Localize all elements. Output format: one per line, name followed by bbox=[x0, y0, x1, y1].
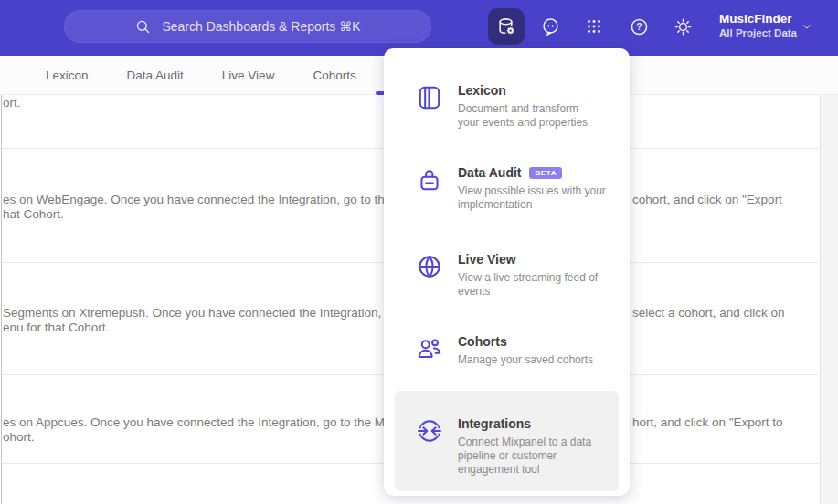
menu-item-text: Integrations Connect Mixpanel to a data … bbox=[458, 416, 591, 477]
table-row-text: hort, and click on "Export to bbox=[632, 415, 783, 430]
table-row-text: ort. bbox=[3, 96, 21, 110]
project-chevron[interactable] bbox=[801, 20, 813, 33]
settings-gear-icon bbox=[673, 16, 694, 37]
feedback-chat-icon bbox=[540, 16, 561, 37]
menu-item-title: Lexicon bbox=[458, 83, 588, 99]
table-row-text: Segments on Xtremepush. Once you have co… bbox=[3, 306, 381, 320]
menu-item-desc: View possible issues with your implement… bbox=[458, 184, 606, 212]
sync-arrows-icon bbox=[416, 417, 443, 445]
menu-item-title: Live View bbox=[458, 252, 598, 268]
tab-data-audit[interactable]: Data Audit bbox=[127, 68, 184, 82]
chevron-down-icon bbox=[801, 20, 813, 33]
help-button[interactable]: ? bbox=[621, 8, 657, 45]
menu-item-title: Cohorts bbox=[458, 334, 593, 350]
data-management-icon bbox=[495, 16, 517, 37]
menu-item-desc: View a live streaming feed of events bbox=[458, 271, 598, 299]
menu-item-data-audit[interactable]: Data Audit BETA View possible issues wit… bbox=[416, 165, 619, 212]
menu-item-title: Integrations bbox=[458, 416, 591, 432]
menu-item-live-view[interactable]: Live View View a live streaming feed of … bbox=[416, 252, 619, 299]
book-icon bbox=[416, 84, 443, 111]
nav-dropdown-menu: Lexicon Document and transform your even… bbox=[384, 48, 630, 496]
audit-lock-icon bbox=[416, 166, 443, 194]
search-input[interactable]: Search Dashboards & Reports ⌘K bbox=[64, 10, 431, 43]
project-subtitle: All Project Data bbox=[719, 26, 797, 40]
page-right-gutter bbox=[820, 95, 838, 504]
table-row-text: enu for that Cohort. bbox=[3, 320, 109, 335]
table-row-text: es on Appcues. Once you have connected t… bbox=[3, 415, 385, 430]
search-placeholder: Search Dashboards & Reports ⌘K bbox=[162, 19, 360, 34]
project-switcher[interactable]: MusicFinder All Project Data bbox=[719, 11, 797, 40]
table-row-text: es on WebEngage. Once you have connected… bbox=[3, 193, 391, 207]
table-row-text: hat Cohort. bbox=[3, 207, 64, 222]
menu-item-integrations[interactable]: Integrations Connect Mixpanel to a data … bbox=[416, 416, 619, 477]
menu-item-lexicon[interactable]: Lexicon Document and transform your even… bbox=[416, 83, 619, 130]
mixpanel-app: ort. es on WebEngage. Once you have conn… bbox=[0, 0, 838, 504]
beta-badge: BETA bbox=[529, 167, 562, 179]
apps-grid-button[interactable] bbox=[576, 8, 612, 45]
menu-item-desc: Connect Mixpanel to a data pipeline or c… bbox=[458, 436, 591, 477]
table-row-text: cohort, and click on "Export bbox=[632, 193, 782, 207]
people-icon bbox=[416, 335, 443, 362]
data-management-button[interactable] bbox=[488, 8, 525, 45]
menu-item-title-text: Data Audit bbox=[458, 165, 521, 181]
menu-item-text: Live View View a live streaming feed of … bbox=[458, 252, 598, 299]
help-icon: ? bbox=[629, 16, 650, 37]
top-navigation-bar: Search Dashboards & Reports ⌘K bbox=[0, 0, 838, 56]
help-glyph: ? bbox=[636, 21, 642, 32]
search-icon bbox=[134, 18, 152, 36]
table-row-text: select a cohort, and click on bbox=[632, 306, 785, 320]
menu-item-text: Lexicon Document and transform your even… bbox=[458, 83, 588, 130]
content-left-border bbox=[1, 56, 2, 504]
menu-item-text: Cohorts Manage your saved cohorts bbox=[458, 334, 593, 367]
tab-lexicon[interactable]: Lexicon bbox=[46, 68, 89, 82]
tab-cohorts[interactable]: Cohorts bbox=[313, 68, 355, 82]
table-row-text: ohort. bbox=[3, 430, 35, 445]
tab-live-view[interactable]: Live View bbox=[222, 68, 275, 82]
menu-item-desc: Manage your saved cohorts bbox=[458, 353, 593, 367]
feedback-button[interactable] bbox=[532, 8, 568, 45]
apps-grid-icon bbox=[584, 16, 604, 37]
settings-button[interactable] bbox=[664, 8, 701, 45]
menu-item-text: Data Audit BETA View possible issues wit… bbox=[458, 165, 606, 212]
menu-item-title: Data Audit BETA bbox=[458, 165, 606, 181]
menu-item-desc: Document and transform your events and p… bbox=[458, 102, 588, 130]
globe-icon bbox=[416, 253, 443, 280]
project-name: MusicFinder bbox=[719, 11, 797, 26]
menu-item-cohorts[interactable]: Cohorts Manage your saved cohorts bbox=[416, 334, 619, 367]
